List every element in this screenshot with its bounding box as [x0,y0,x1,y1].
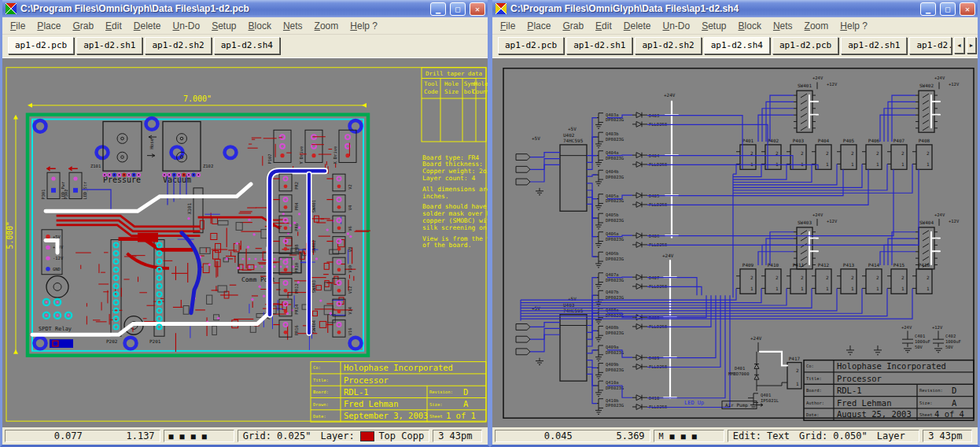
svg-text:SW404: SW404 [311,320,316,333]
svg-text:DP8023G: DP8023G [606,199,624,204]
titlebar-pcb[interactable]: C:\Program Files\OmniGlyph\Data Files\ap… [2,0,488,17]
svg-text:5.000": 5.000" [6,221,14,249]
maximize-button[interactable]: □ [940,2,956,16]
svg-text:Drill taper data: Drill taper data [426,70,482,77]
svg-text:P401: P401 [742,138,754,143]
mode-indicators: M ■ ■ ■ [654,430,724,442]
grid-layer-indicator[interactable]: Grid: 0.025" Layer: Top Copp [238,430,429,442]
svg-text:PR16: PR16 [294,325,299,335]
tab-ap1-d2-sh1[interactable]: ap1-d2.sh1 [566,37,632,54]
selection-indicator [50,339,73,348]
svg-text:P408: P408 [919,138,930,143]
svg-text:DP8023G: DP8023G [606,386,624,390]
menu-item-place[interactable]: Place [527,20,551,31]
menu-item-grab[interactable]: Grab [72,20,94,31]
tab-ap1-d2-sh4[interactable]: ap1-d2.sh4 [214,37,280,54]
menu-item-delete[interactable]: Delete [134,20,161,31]
title-block: Co: Holophase Incorporated Title: Proces… [311,362,486,423]
status-bar: 0.0771.137 ■ ■ ■ ■ Grid: 0.025" Layer: T… [2,427,488,445]
menu-item-grab[interactable]: Grab [562,20,584,31]
svg-text:1000uF: 1000uF [915,339,930,344]
svg-text:August 25, 2003: August 25, 2003 [837,409,912,419]
menu-item-nets[interactable]: Nets [773,20,793,31]
mode-indicators: ■ ■ ■ ■ [164,430,234,442]
svg-text:2: 2 [826,275,829,280]
tab-scroll-right-button[interactable]: ► [967,37,976,54]
schematic-drawing[interactable]: U402 74HC595 U403 74HC595 +5V +5V +5V +5… [492,58,978,427]
pcb-drawing[interactable]: 7.000" 5.000" Pressure Z101 [2,58,488,427]
svg-text:X Drive: X Drive [333,146,337,164]
svg-text:GND: GND [53,267,61,272]
svg-text:2: 2 [801,150,804,156]
tab-scroll-left-button[interactable]: ◄ [954,37,963,54]
svg-text:Q401: Q401 [761,393,771,397]
menu-item-undo[interactable]: Un-Do [172,20,200,31]
minimize-button[interactable]: ▁ [920,2,936,16]
svg-text:Revision:: Revision: [919,388,943,393]
menu-item-file[interactable]: File [500,20,515,31]
tab-ap1-d2-pcb[interactable]: ap1-d2.pcb [8,37,74,54]
svg-text:Author:: Author: [806,401,824,405]
tab-ap1-d2-pcb[interactable]: ap1-d2.pcb [498,37,564,54]
svg-text:DP8023G: DP8023G [606,237,624,242]
svg-text:DP8023G: DP8023G [606,175,624,179]
menu-item-setup[interactable]: Setup [702,20,726,31]
svg-text:P409: P409 [742,262,754,268]
svg-text:A: A [952,398,957,408]
svg-text:C402: C402 [945,334,956,338]
svg-text:50V: 50V [915,345,923,349]
svg-text:Pressure: Pressure [103,175,141,184]
menu-item-place[interactable]: Place [37,20,61,31]
svg-text:DP8023G: DP8023G [606,350,624,355]
svg-text:PR2: PR2 [294,182,299,190]
tab-ap1-d2-sh1[interactable]: ap1-d2.sh1 [76,37,142,54]
menu-item-edit[interactable]: Edit [595,20,612,31]
tab-ap1-d2-pcb-2[interactable]: ap1-d2.pcb [772,37,838,54]
svg-text:of the board.: of the board. [422,242,471,249]
svg-text:solder mask over bare: solder mask over bare [422,210,488,217]
tab-ap1-d2-sh2[interactable]: ap1-d2.sh2 [145,37,211,54]
svg-text:P406: P406 [868,138,880,143]
svg-text:P415: P415 [893,262,905,268]
menu-item-block[interactable]: Block [249,20,271,31]
svg-text:1000uF: 1000uF [945,339,961,344]
menu-item-zoom[interactable]: Zoom [805,20,829,31]
pcb-canvas[interactable]: 7.000" 5.000" Pressure Z101 [2,57,488,427]
schematic-canvas[interactable]: U402 74HC595 U403 74HC595 +5V +5V +5V +5… [492,57,978,427]
svg-text:Q410a: Q410a [606,380,619,385]
grid-layer-indicator[interactable]: Edit: Text Grid: 0.050" Layer [728,430,919,442]
close-button[interactable]: ✕ [470,2,485,16]
tab-ap1-d2-sh2[interactable]: ap1-d2.sh2 [635,37,701,54]
menu-item-block[interactable]: Block [739,20,761,31]
tab-ap1-d2-sh1-2[interactable]: ap1-d2.sh1 [841,37,907,54]
svg-text:+24V: +24V [750,335,762,341]
layer-color-swatch [360,431,375,441]
svg-text:DP8023G: DP8023G [606,156,624,161]
svg-text:SW402: SW402 [919,83,934,88]
svg-text:P402: P402 [768,138,779,143]
menu-item-zoom[interactable]: Zoom [315,20,339,31]
minimize-button[interactable]: ▁ [430,2,446,16]
close-button[interactable]: ✕ [960,2,975,16]
svg-text:-12V: -12V [53,256,64,260]
menu-item-nets[interactable]: Nets [283,20,303,31]
menu-item-setup[interactable]: Setup [212,20,236,31]
title-block: Co: Holophase Incorporated Title: Proces… [804,360,974,421]
tab-ap1-d2-sh4[interactable]: ap1-d2.sh4 [704,37,770,54]
menu-bar: File Place Grab Edit Delete Un-Do Setup … [2,17,488,35]
menu-item-file[interactable]: File [10,20,25,31]
svg-text:P201: P201 [149,338,161,344]
menu-item-undo[interactable]: Un-Do [662,20,690,31]
power-pin-block: +5V+24V-12VGND [42,230,64,275]
svg-text:DP8023G: DP8023G [606,331,624,335]
titlebar-schematic[interactable]: C:\Program Files\OmniGlyph\Data Files\ap… [492,0,978,17]
menu-item-help[interactable]: Help ? [840,20,868,31]
svg-text:V10: V10 [348,265,352,273]
menu-item-edit[interactable]: Edit [105,20,122,31]
maximize-button[interactable]: □ [450,2,466,16]
menu-item-delete[interactable]: Delete [624,20,651,31]
menu-item-help[interactable]: Help ? [350,20,378,31]
svg-text:DP8023G: DP8023G [606,368,624,372]
tab-ap1-d2-sh-clipped[interactable]: ap1-d2.sh [909,37,952,54]
drive-connectors: P107 Y Drive X Drive [267,130,356,164]
